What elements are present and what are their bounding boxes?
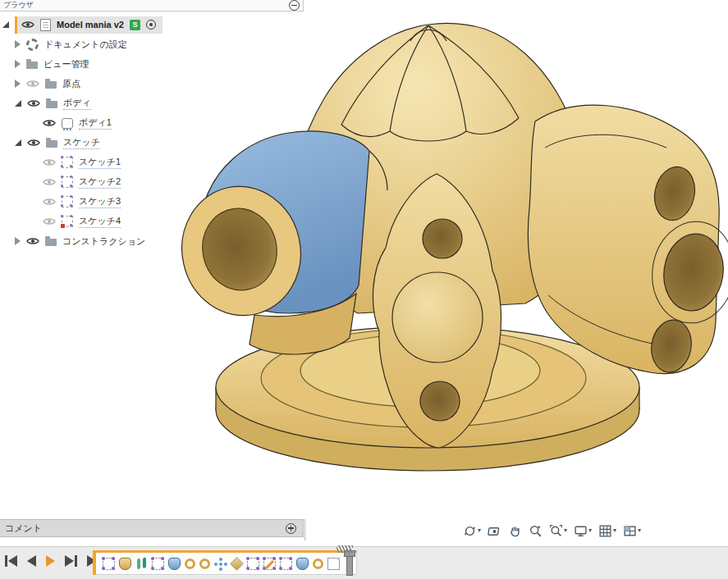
view-navigation-toolbar: ▾ ▾ ▾ ▾ ▾ (461, 521, 643, 540)
browser-item-origin[interactable]: 原点 (0, 74, 304, 93)
timeline-feature-hole-icon[interactable] (185, 558, 195, 569)
timeline-feature-strip[interactable] (93, 550, 357, 575)
pan-button[interactable] (506, 522, 524, 540)
browser-item-bodies[interactable]: ボディ (0, 93, 304, 113)
timeline-feature-extrude-icon[interactable] (119, 558, 131, 570)
comments-bar[interactable]: コメント (0, 519, 304, 537)
display-settings-button[interactable]: ▾ (572, 522, 593, 540)
pan-hand-icon (508, 524, 522, 538)
timeline-feature-hole-icon[interactable] (199, 558, 210, 569)
viewports-button[interactable]: ▾ (621, 522, 643, 540)
expander-open-icon[interactable] (15, 139, 21, 146)
expander-closed-icon[interactable] (15, 237, 21, 245)
browser-collapse-button[interactable] (289, 0, 300, 11)
item-label[interactable]: スケッチ (63, 136, 100, 149)
model-right-flange[interactable] (528, 105, 728, 376)
chevron-down-icon[interactable]: ▾ (638, 527, 641, 534)
visibility-eye-icon[interactable] (27, 138, 40, 148)
fit-button[interactable]: ▾ (547, 522, 569, 540)
item-label[interactable]: スケッチ2 (79, 176, 121, 189)
visibility-eye-icon[interactable] (26, 236, 39, 246)
item-label[interactable]: コンストラクション (62, 235, 145, 248)
item-label[interactable]: スケッチ1 (79, 156, 121, 169)
sync-status-badge: S (130, 20, 140, 30)
visibility-eye-off-icon[interactable] (43, 217, 56, 226)
expander-closed-icon[interactable] (15, 60, 21, 68)
browser-panel-header: ブラウザ (0, 0, 304, 11)
item-label[interactable]: ボディ (63, 97, 91, 110)
folder-icon (45, 239, 57, 246)
root-document-name[interactable]: Model mania v2 (57, 20, 124, 30)
chevron-down-icon[interactable]: ▾ (564, 527, 567, 534)
timeline-bar (0, 546, 728, 579)
browser-item-sketch3[interactable]: スケッチ3 (0, 192, 304, 212)
zoom-magnifier-icon (529, 524, 543, 538)
browser-item-construction[interactable]: コンストラクション (0, 231, 304, 251)
timeline-position-marker[interactable] (346, 551, 353, 576)
item-label[interactable]: ボディ1 (79, 116, 112, 130)
visibility-eye-icon[interactable] (27, 98, 40, 108)
add-comment-button[interactable] (286, 523, 296, 534)
root-selected-box[interactable]: Model mania v2 S (15, 16, 163, 34)
browser-item-root[interactable]: Model mania v2 S (0, 15, 304, 34)
step-forward-button[interactable] (65, 555, 77, 567)
look-at-button[interactable] (486, 522, 503, 540)
grid-and-snaps-button[interactable]: ▾ (597, 522, 618, 540)
item-label[interactable]: スケッチ3 (79, 195, 121, 208)
chevron-down-icon[interactable]: ▾ (478, 527, 481, 534)
item-label[interactable]: ドキュメントの設定 (44, 39, 127, 51)
timeline-feature-sketch-edit-icon[interactable] (263, 558, 276, 570)
timeline-feature-extrude-steel-icon[interactable] (296, 558, 309, 570)
browser-item-sketches[interactable]: スケッチ (0, 133, 304, 153)
browser-item-sketch1[interactable]: スケッチ1 (0, 153, 304, 172)
browser-item-sketch4[interactable]: スケッチ4 (0, 212, 304, 231)
timeline-feature-circular-pattern-icon[interactable] (214, 558, 227, 570)
timeline-feature-sketch-icon[interactable] (280, 558, 292, 570)
expander-open-icon[interactable] (2, 21, 9, 28)
visibility-eye-off-icon[interactable] (43, 197, 56, 207)
visibility-eye-off-icon[interactable] (43, 177, 56, 187)
chevron-down-icon[interactable]: ▾ (588, 527, 592, 534)
expander-closed-icon[interactable] (15, 40, 21, 48)
orbit-icon (463, 524, 477, 538)
item-label[interactable]: 原点 (62, 78, 80, 90)
timeline-feature-sketch-icon[interactable] (103, 558, 115, 570)
item-label[interactable]: スケッチ4 (79, 215, 121, 228)
timeline-marker-hatch (337, 545, 353, 553)
timeline-features (100, 558, 341, 570)
visibility-eye-icon[interactable] (43, 118, 56, 128)
browser-item-body1[interactable]: ボディ1 (0, 113, 304, 133)
browser-item-document-settings[interactable]: ドキュメントの設定 (0, 34, 304, 54)
timeline-feature-sketch-icon[interactable] (247, 558, 259, 570)
browser-tree: Model mania v2 S ドキュメントの設定 ビュー管理 原点 (0, 15, 304, 251)
zoom-button[interactable] (527, 522, 544, 540)
fusion-window: ブラウザ Model mania v2 S ドキュメントの設定 ビュー管理 (0, 0, 728, 579)
timeline-feature-sketch-icon[interactable] (152, 558, 164, 570)
front-boss[interactable] (392, 272, 483, 362)
activate-component-icon[interactable] (146, 20, 156, 30)
play-button[interactable] (46, 555, 55, 567)
browser-item-sketch2[interactable]: スケッチ2 (0, 172, 304, 192)
browser-item-view-management[interactable]: ビュー管理 (0, 54, 304, 74)
expander-open-icon[interactable] (15, 100, 21, 107)
orbit-button[interactable]: ▾ (461, 522, 483, 540)
visibility-eye-off-icon[interactable] (26, 79, 39, 89)
hole-front-top[interactable] (423, 219, 462, 258)
folder-icon (45, 81, 57, 89)
gear-icon (26, 39, 39, 51)
timeline-feature-sweep-icon[interactable] (135, 558, 148, 570)
timeline-feature-extrude-steel-icon[interactable] (168, 558, 181, 570)
visibility-eye-off-icon[interactable] (43, 157, 56, 167)
go-to-start-button[interactable] (5, 555, 17, 567)
visibility-eye-icon[interactable] (21, 20, 34, 30)
expander-closed-icon[interactable] (15, 80, 21, 88)
sketch-icon (62, 157, 73, 168)
chevron-down-icon[interactable]: ▾ (613, 527, 616, 534)
step-back-button[interactable] (27, 555, 36, 567)
timeline-feature-fillet-icon[interactable] (230, 557, 244, 571)
item-label[interactable]: ビュー管理 (43, 58, 89, 71)
hole-front-bottom[interactable] (420, 381, 460, 421)
timeline-feature-hole-icon[interactable] (313, 558, 323, 569)
timeline-feature-document-icon[interactable] (327, 558, 340, 570)
folder-icon (46, 140, 57, 148)
